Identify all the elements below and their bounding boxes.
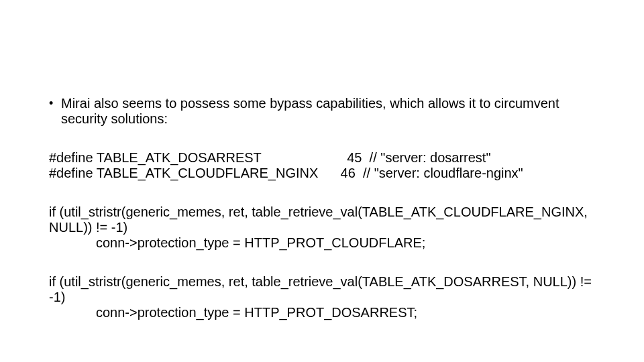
- code-line: if (util_stristr(generic_memes, ret, tab…: [49, 204, 599, 235]
- code-if-dosarrest: if (util_stristr(generic_memes, ret, tab…: [49, 274, 599, 320]
- code-line: conn->protection_type = HTTP_PROT_CLOUDF…: [49, 235, 599, 251]
- code-if-cloudflare: if (util_stristr(generic_memes, ret, tab…: [49, 204, 599, 251]
- bullet-marker: •: [49, 96, 61, 111]
- slide-body: • Mirai also seems to possess some bypas…: [49, 96, 599, 344]
- code-defines: #define TABLE_ATK_DOSARREST 45 // "serve…: [49, 150, 599, 181]
- code-line: if (util_stristr(generic_memes, ret, tab…: [49, 274, 599, 305]
- code-line: #define TABLE_ATK_CLOUDFLARE_NGINX 46 //…: [49, 166, 523, 180]
- code-line: #define TABLE_ATK_DOSARREST 45 // "serve…: [49, 150, 491, 165]
- bullet-list-item: • Mirai also seems to possess some bypas…: [49, 96, 599, 127]
- code-line: conn->protection_type = HTTP_PROT_DOSARR…: [49, 305, 599, 320]
- bullet-text: Mirai also seems to possess some bypass …: [61, 96, 599, 127]
